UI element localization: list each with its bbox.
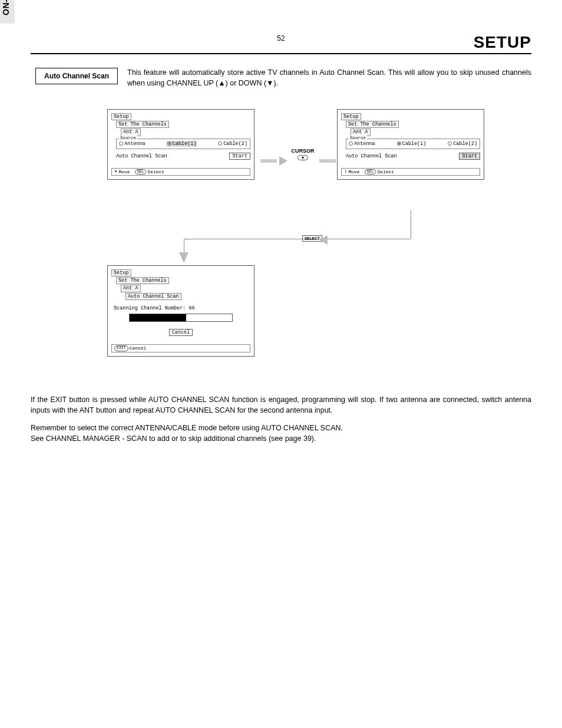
hint-move: Move [118,169,130,174]
source-group: Source Antenna Cable(1) Cable(2) [116,139,250,149]
radio-cable1[interactable]: Cable(1) [397,141,427,147]
body-paragraph-2: Remember to select the correct ANTENNA/C… [31,423,531,444]
source-label: Source [349,136,367,140]
arrow-select [319,235,328,245]
screenshot-3: Setup Set The Channels Ant A Auto Channe… [107,265,254,357]
source-group: Source Antenna Cable(1) Cable(2) [346,139,480,149]
progress-bar [129,314,233,322]
diagram-area: Setup Set The Channels Ant A Source Ante… [31,109,531,380]
arrow-down [179,252,189,263]
cursor-label: CURSOR ▼ [285,148,320,160]
breadcrumb: Setup Set The Channels Ant A [111,113,250,137]
hint-cancel: Cancel [130,345,147,351]
page-number: 52 [0,34,562,42]
sidebar-tab: ON-SCREEN DISPLAY [0,0,15,24]
breadcrumb: Setup Set The Channels Ant A [341,113,480,137]
radio-cable2[interactable]: Cable(2) [448,141,477,147]
sel-pill-icon: SEL [365,169,376,175]
hint-bar: EXITCancel [111,344,250,353]
scanning-status: Scanning Channel Number: 66 [114,305,250,311]
crumb-setup: Setup [111,269,131,276]
exit-pill-icon: EXIT [114,345,128,351]
crumb-set-channels: Set The Channels [116,121,169,128]
start-button[interactable]: Start [229,153,250,160]
flow-path [411,210,411,239]
source-label: Source [119,136,137,140]
crumb-acs: Auto Channel Scan [125,293,181,300]
start-button[interactable]: Start [459,153,480,160]
hint-bar: ↕Move SELSelect [341,168,480,176]
radio-antenna[interactable]: Antenna [119,141,146,147]
move-arrows-icon: ↕ [344,169,347,174]
body-paragraph-1: If the EXIT button is pressed while AUTO… [31,395,531,416]
move-arrows-icon: ✦ [114,169,117,174]
header-rule [31,53,531,54]
screenshot-2: Setup Set The Channels Ant A Source Ante… [337,109,484,180]
crumb-set-channels: Set The Channels [346,121,399,128]
crumb-set-channels: Set The Channels [116,277,169,284]
sel-pill-icon: SEL [135,169,147,175]
feature-row: Auto Channel Scan This feature will auto… [35,68,531,88]
hint-select: Select [377,169,394,174]
acs-row: Auto Channel Scan Start [346,153,480,160]
flow-path [184,239,411,239]
screenshot-1: Setup Set The Channels Ant A Source Ante… [107,109,254,180]
feature-description: This feature will automatically store ac… [127,68,531,88]
acs-label: Auto Channel Scan [116,153,167,159]
feature-heading: Auto Channel Scan [35,68,118,84]
flow-path [184,239,184,253]
radio-cable1[interactable]: Cable(1) [166,141,198,147]
crumb-ant-a: Ant A [121,285,141,292]
hint-bar: ✦Move SELSelect [111,168,250,176]
radio-antenna[interactable]: Antenna [349,141,375,147]
hint-select: Select [147,169,164,174]
crumb-setup: Setup [111,113,131,120]
breadcrumb: Setup Set The Channels Ant A Auto Channe… [111,269,250,301]
hint-move: Move [348,169,359,174]
radio-cable2[interactable]: Cable(2) [218,141,247,147]
cancel-button[interactable]: Cancel [169,329,193,336]
arrow-cursor-left [260,156,287,166]
acs-label: Auto Channel Scan [346,153,397,159]
cursor-key-icon: ▼ [297,155,309,160]
acs-row: Auto Channel Scan Start [116,153,250,160]
crumb-setup: Setup [341,113,361,120]
